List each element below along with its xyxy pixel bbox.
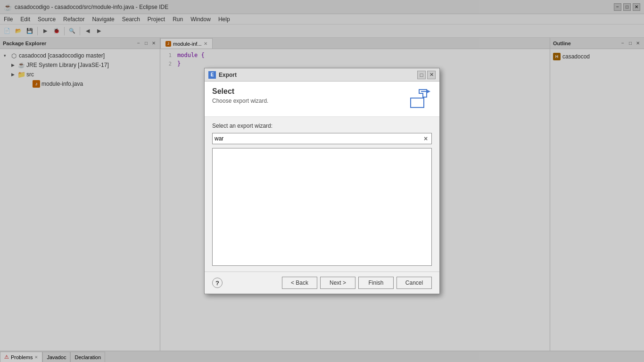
svg-marker-1 [419, 90, 427, 97]
finish-button[interactable]: Finish [358, 277, 394, 289]
cancel-button[interactable]: Cancel [396, 277, 432, 289]
modal-footer-right: < Back Next > Finish Cancel [282, 277, 432, 289]
modal-maximize-btn[interactable]: □ [417, 71, 426, 79]
export-wizard-tree[interactable] [212, 148, 432, 266]
modal-title-label: Export [219, 72, 237, 78]
modal-header-text: Select Choose export wizard. [212, 87, 268, 104]
export-wizard-label: Select an export wizard: [212, 123, 432, 129]
help-button[interactable]: ? [212, 278, 223, 288]
modal-overlay: E Export □ ✕ Select Choose export wizard… [0, 0, 644, 362]
modal-export-icon: E [208, 71, 216, 79]
back-button[interactable]: < Back [282, 277, 317, 289]
modal-controls: □ ✕ [417, 71, 436, 79]
clear-search-button[interactable]: × [422, 135, 429, 142]
modal-title-left: E Export [208, 71, 237, 79]
next-button[interactable]: Next > [320, 277, 355, 289]
search-field-wrap[interactable]: × [212, 133, 432, 144]
modal-title-bar: E Export □ ✕ [205, 68, 439, 82]
export-svg-icon [410, 89, 430, 109]
modal-footer-left: ? [212, 278, 223, 288]
modal-footer: ? < Back Next > Finish Cancel [205, 272, 439, 294]
export-search-input[interactable] [215, 135, 422, 142]
svg-rect-0 [411, 98, 424, 107]
export-dialog: E Export □ ✕ Select Choose export wizard… [204, 68, 440, 294]
modal-header-icon [408, 87, 432, 111]
modal-header: Select Choose export wizard. [205, 82, 439, 117]
modal-body: Select an export wizard: × [205, 117, 439, 272]
modal-select-title: Select [212, 87, 268, 96]
modal-close-btn[interactable]: ✕ [427, 71, 436, 79]
modal-select-subtitle: Choose export wizard. [212, 98, 268, 104]
